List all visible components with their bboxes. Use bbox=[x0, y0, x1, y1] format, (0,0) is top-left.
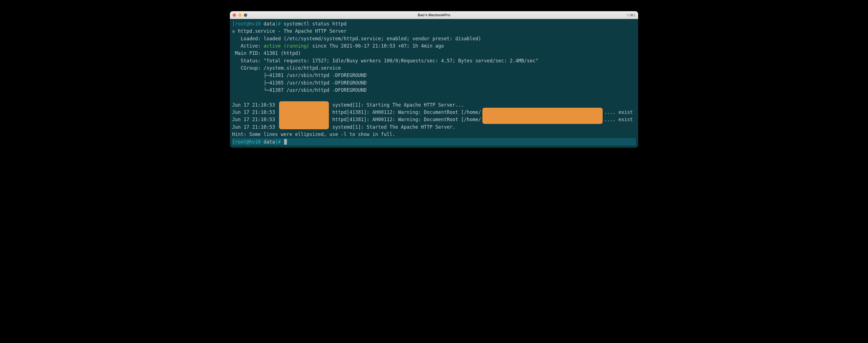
log1-msg: systemd[1]: Starting The Apache HTTP Ser… bbox=[330, 102, 464, 108]
minimize-button[interactable] bbox=[238, 13, 242, 17]
prompt-path: data bbox=[264, 21, 275, 27]
prompt2-suffix: ]# bbox=[275, 138, 284, 145]
prompt-userhost: [root@hv10 bbox=[232, 21, 264, 27]
redaction-hostname bbox=[279, 101, 329, 129]
log4-msg: systemd[1]: Started The Apache HTTP Serv… bbox=[330, 124, 455, 130]
prompt-line: [root@hv10 data]# systemctl status httpd bbox=[232, 20, 636, 27]
log2-msg: httpd[41381]: AH00112: Warning: Document… bbox=[330, 109, 481, 115]
log3-end: .... exist bbox=[604, 117, 633, 122]
terminal-body[interactable]: [root@hv10 data]# systemctl status httpd… bbox=[230, 19, 638, 148]
command-text: systemctl status httpd bbox=[284, 21, 346, 27]
process-1: ├─41381 /usr/sbin/httpd -DFOREGROUND bbox=[232, 72, 636, 79]
active-label: Active: bbox=[232, 43, 264, 49]
terminal-window: Bao's MacbookPro ⌥⌘1 [root@hv10 data]# s… bbox=[230, 11, 638, 148]
active-status: active (running) bbox=[264, 43, 310, 49]
main-pid-line: Main PID: 41381 (httpd) bbox=[232, 50, 636, 57]
prompt-line-2[interactable]: [root@hv10 data]# bbox=[232, 138, 636, 145]
prompt2-userhost: [root@hv10 bbox=[232, 138, 264, 145]
prompt2-path: data bbox=[264, 138, 275, 145]
hint-line: Hint: Some lines were ellipsized, use -l… bbox=[232, 131, 636, 138]
titlebar[interactable]: Bao's MacbookPro ⌥⌘1 bbox=[230, 11, 638, 19]
window-controls bbox=[232, 13, 247, 17]
window-title: Bao's MacbookPro bbox=[418, 13, 451, 17]
active-since: since Thu 2021-06-17 21:10:53 +07; 1h 4m… bbox=[309, 43, 444, 49]
process-2: ├─41385 /usr/sbin/httpd -DFOREGROUND bbox=[232, 79, 636, 86]
close-button[interactable] bbox=[232, 13, 236, 17]
cursor-icon bbox=[284, 139, 287, 145]
log3-msg: httpd[41381]: AH00112: Warning: Document… bbox=[330, 117, 481, 122]
zoom-button[interactable] bbox=[244, 13, 247, 17]
service-header: ● httpd.service - The Apache HTTP Server bbox=[232, 27, 636, 35]
prompt-suffix: ]# bbox=[275, 21, 284, 27]
log4-ts: Jun 17 21:10:53 bbox=[232, 124, 278, 130]
log2-ts: Jun 17 21:10:53 bbox=[232, 109, 278, 115]
status-bullet-icon: ● bbox=[232, 28, 235, 34]
cgroup-line: CGroup: /system.slice/httpd.service bbox=[232, 64, 636, 72]
log1-ts: Jun 17 21:10:53 bbox=[232, 102, 278, 108]
blank-line bbox=[232, 94, 636, 101]
log3-ts: Jun 17 21:10:53 bbox=[232, 117, 278, 122]
log-block: Jun 17 21:10:53 systemd[1]: Starting The… bbox=[232, 101, 636, 131]
redaction-path bbox=[483, 108, 602, 124]
titlebar-shortcut: ⌥⌘1 bbox=[626, 13, 636, 17]
status-text-line: Status: "Total requests: 17527; Idle/Bus… bbox=[232, 57, 636, 64]
loaded-line: Loaded: loaded (/etc/systemd/system/http… bbox=[232, 35, 636, 42]
active-line: Active: active (running) since Thu 2021-… bbox=[232, 42, 636, 50]
log2-end: .... exist bbox=[604, 109, 633, 115]
process-3: └─41387 /usr/sbin/httpd -DFOREGROUND bbox=[232, 86, 636, 94]
service-name: httpd.service - The Apache HTTP Server bbox=[235, 28, 346, 34]
